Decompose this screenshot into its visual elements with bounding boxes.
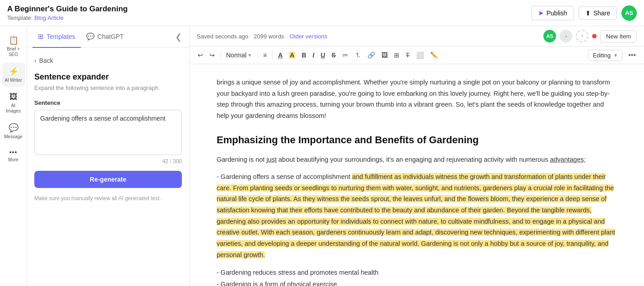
- just-underlined: just: [266, 156, 277, 163]
- advantages-underlined: advantages;: [550, 156, 586, 163]
- sidebar-item-ai-images[interactable]: 🖼 AI Images: [2, 89, 25, 117]
- underline-icon: U: [320, 52, 325, 59]
- tool-title: Sentence expander: [34, 72, 182, 82]
- template-link[interactable]: Blog Article: [34, 14, 64, 21]
- sidebar-item-ai-writer[interactable]: ⚡ AI Writer: [2, 63, 25, 87]
- sidebar-item-message[interactable]: 💬 Message: [2, 119, 25, 143]
- header-right: ➤ Publish ⬆ Share AS: [531, 5, 637, 21]
- sidebar-item-label: AI Writer: [5, 78, 22, 83]
- list-item-2: - Gardening is a form of physical exerci…: [217, 278, 617, 286]
- unordered-list-button[interactable]: ≔: [339, 50, 351, 61]
- main-layout: 📋 Brief + SEO ⚡ AI Writer 🖼 AI Images 💬 …: [0, 26, 644, 286]
- underline-button[interactable]: U: [318, 50, 328, 61]
- toolbar-more-button[interactable]: •••: [625, 50, 639, 60]
- panel-collapse-button[interactable]: ❮: [173, 30, 184, 44]
- italic-button[interactable]: I: [310, 50, 317, 61]
- image-icon: 🖼: [381, 52, 388, 59]
- format-chevron-icon: ▼: [247, 53, 252, 58]
- saved-status: Saved seconds ago: [197, 33, 248, 40]
- chatgpt-tab-icon: 💬: [86, 33, 95, 41]
- sidebar-item-label: More: [8, 157, 19, 163]
- ai-images-icon: 🖼: [9, 92, 18, 102]
- list-item-1: - Gardening reduces stress and promotes …: [217, 267, 617, 278]
- editor-body[interactable]: brings a unique sense of joy and accompl…: [190, 64, 644, 286]
- image-button[interactable]: 🖼: [379, 50, 390, 61]
- pencil-icon: ✏️: [430, 52, 438, 59]
- table-icon: ⊞: [394, 52, 399, 59]
- para1-text: Gardening is not just about beautifying …: [217, 156, 586, 163]
- format-select[interactable]: Normal ▼: [223, 50, 255, 60]
- font-color-button[interactable]: A: [275, 50, 285, 61]
- sidebar-item-brief-seo[interactable]: 📋 Brief + SEO: [2, 32, 25, 61]
- highlighted-paragraph: - Gardening offers a sense of accomplish…: [217, 171, 617, 260]
- editor-intro-text: brings a unique sense of joy and accompl…: [217, 77, 617, 122]
- redo-icon: ↪: [209, 52, 215, 59]
- char-count: 42 / 300: [34, 158, 182, 164]
- new-item-button[interactable]: New Item: [600, 30, 637, 42]
- word-count: 2099 words: [254, 33, 284, 40]
- back-label: Back: [39, 57, 53, 64]
- sentence-field-label: Sentence: [34, 99, 182, 106]
- share-label: Share: [593, 9, 610, 17]
- toolbar-divider-3: [272, 51, 273, 60]
- highlight-button[interactable]: A: [286, 50, 298, 61]
- editing-badge[interactable]: Editing ▼: [588, 50, 623, 61]
- sentence-input[interactable]: Gardening offers a sense of accomplishme…: [34, 110, 182, 155]
- topbar-avatar-ghost: +: [560, 30, 572, 42]
- sidebar-item-more[interactable]: ••• More: [2, 145, 25, 166]
- align-button[interactable]: ≡: [260, 50, 269, 61]
- header-left: A Beginner's Guide to Gardening Template…: [7, 5, 128, 21]
- strikethrough-button[interactable]: S: [329, 50, 338, 61]
- font-color-icon: A: [278, 52, 283, 59]
- share-icon: ⬆: [585, 9, 591, 17]
- format-label: Normal: [226, 52, 246, 59]
- bold-button[interactable]: B: [299, 50, 309, 61]
- tab-chatgpt[interactable]: 💬 ChatGPT: [81, 26, 129, 48]
- code-button[interactable]: ⬜: [413, 50, 426, 61]
- undo-button[interactable]: ↩: [195, 50, 206, 61]
- strikethrough-icon: S: [332, 52, 336, 59]
- toolbar-right: Editing ▼ •••: [588, 50, 639, 61]
- redo-button[interactable]: ↪: [207, 50, 218, 61]
- sidebar: 📋 Brief + SEO ⚡ AI Writer 🖼 AI Images 💬 …: [0, 26, 27, 286]
- clear-format-button[interactable]: T̶: [403, 50, 412, 61]
- link-icon: 🔗: [367, 52, 375, 59]
- toolbar-divider-1: [220, 51, 221, 60]
- clear-format-icon: T̶: [406, 52, 410, 59]
- header-subtitle: Template: Blog Article: [7, 14, 128, 21]
- highlight-icon: A: [289, 52, 295, 59]
- older-versions-link[interactable]: Older versions: [289, 33, 327, 40]
- unordered-list-icon: ≔: [342, 52, 348, 59]
- editor-topbar: Saved seconds ago 2099 words Older versi…: [190, 26, 644, 47]
- message-icon: 💬: [9, 123, 19, 133]
- link-button[interactable]: 🔗: [365, 50, 378, 61]
- disclaimer-text: Make sure you manually review all AI gen…: [34, 194, 182, 202]
- before-highlight: - Gardening offers a sense of accomplish…: [217, 173, 352, 180]
- more-icon: •••: [9, 149, 18, 156]
- ai-writer-icon: ⚡: [9, 66, 19, 76]
- undo-icon: ↩: [198, 52, 203, 59]
- editing-chevron-icon: ▼: [613, 53, 618, 58]
- user-avatar: AS: [621, 5, 637, 21]
- sidebar-item-label: AI Images: [5, 103, 23, 114]
- tab-templates-label: Templates: [46, 33, 75, 40]
- code-icon: ⬜: [416, 52, 424, 59]
- panel: ⊞ Templates 💬 ChatGPT ❮ ‹ Back Sentence …: [27, 26, 190, 286]
- bold-icon: B: [301, 52, 306, 59]
- template-label: Template:: [7, 14, 32, 21]
- red-dot: [592, 34, 597, 38]
- editor-heading: Emphasizing the Importance and Benefits …: [217, 134, 617, 146]
- regenerate-button[interactable]: Re-generate: [34, 171, 182, 188]
- ordered-list-button[interactable]: ⒈: [352, 49, 364, 61]
- topbar-left: Saved seconds ago 2099 words Older versi…: [197, 33, 327, 40]
- highlighted-text: and fulfillment as individuals witness t…: [217, 173, 615, 258]
- tab-templates[interactable]: ⊞ Templates: [32, 26, 81, 48]
- edit-icon-btn[interactable]: ✏️: [427, 50, 440, 61]
- ordered-list-icon: ⒈: [355, 51, 361, 59]
- publish-icon: ➤: [538, 9, 544, 17]
- table-button[interactable]: ⊞: [391, 50, 402, 61]
- share-button[interactable]: ⬆ Share: [579, 6, 617, 20]
- brief-seo-icon: 📋: [9, 35, 19, 45]
- publish-button[interactable]: ➤ Publish: [531, 6, 574, 20]
- back-button[interactable]: ‹ Back: [34, 55, 53, 66]
